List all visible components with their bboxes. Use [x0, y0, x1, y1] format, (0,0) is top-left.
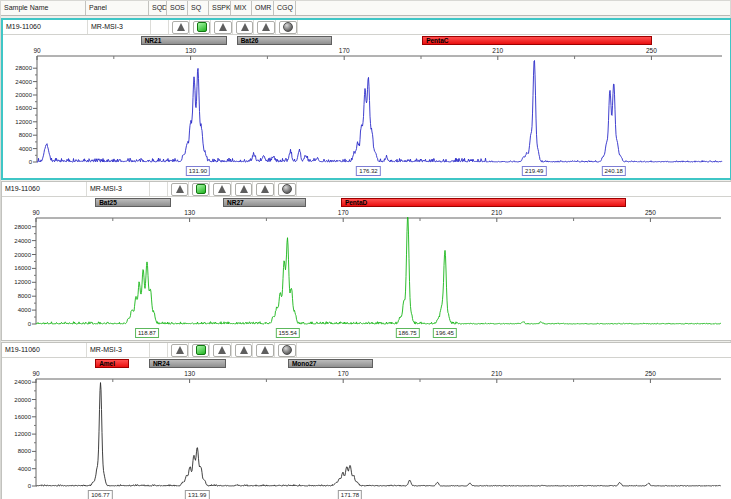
y-tick-label: 4000: [18, 466, 32, 472]
x-tick-label: 210: [491, 209, 502, 216]
column-header-sq: SQ: [188, 1, 209, 15]
qc-sphere-icon: [282, 345, 292, 355]
marker-bar-nr27: NR27: [223, 198, 306, 207]
column-header-sspk: SSPK: [209, 1, 231, 15]
flag-cell-sqd: [151, 20, 169, 34]
y-tick-label: 0: [28, 321, 32, 327]
x-tick-label: 130: [185, 47, 196, 54]
qc-flag-box-omr: [256, 344, 274, 357]
y-tick-label: 12000: [14, 431, 31, 437]
qc-sphere-icon: [283, 22, 293, 32]
x-tick-label: 210: [492, 47, 503, 54]
qc-flag-box-sspk: [213, 183, 231, 196]
peak-size-label[interactable]: 131.90: [186, 166, 210, 176]
qc-flag-box-omr: [256, 183, 274, 196]
table-header-row: Sample NamePanelSQDSOSSQSSPKMIXOMRCGQ: [1, 1, 730, 16]
flag-cell-cgq: [275, 343, 297, 357]
qc-warning-triangle-icon: [176, 346, 184, 354]
qc-flag-box-sos: [171, 344, 188, 357]
sample-name-cell: M19-11060: [3, 20, 88, 34]
peak-size-label[interactable]: 186.75: [395, 328, 419, 338]
sample-row[interactable]: M19-11060MR-MSI-3: [2, 343, 731, 358]
marker-bar-nr21: NR21: [141, 36, 227, 45]
marker-bar-pentad: PentaD: [341, 198, 626, 207]
flag-cell-cgq: [276, 20, 298, 34]
peak-size-label[interactable]: 171.78: [338, 490, 362, 499]
flag-cell-sos: [169, 20, 190, 34]
peak-size-label[interactable]: 118.87: [135, 328, 159, 338]
y-tick-label: 12000: [15, 119, 32, 125]
x-tick-label: 250: [646, 47, 657, 54]
qc-warning-triangle-icon: [176, 185, 184, 193]
qc-pass-square-icon: [197, 22, 207, 32]
marker-bar-amel: Amel: [95, 359, 129, 368]
marker-bar-bat25: Bat25: [95, 198, 171, 207]
trace-plot-svg: 9013017021025004000800012000160002000024…: [3, 35, 730, 178]
qc-warning-triangle-icon: [219, 23, 227, 31]
marker-bar-label: PentaC: [426, 37, 448, 44]
flag-cell-sspk: [211, 20, 233, 34]
flag-cell-mix: [232, 343, 253, 357]
marker-bar-label: NR24: [153, 360, 170, 367]
row-filler-cell: [297, 343, 731, 357]
peak-size-label[interactable]: 155.54: [275, 328, 299, 338]
y-tick-label: 16000: [14, 414, 31, 420]
qc-warning-triangle-icon: [218, 185, 226, 193]
qc-pass-square-icon: [196, 184, 206, 194]
peak-size-label[interactable]: 196.45: [433, 328, 457, 338]
sample-panel-2: M19-11060MR-MSI-3Bat25NR27PentaD90130170…: [1, 181, 731, 341]
electropherogram-plot[interactable]: Bat25NR27PentaD9013017021025004000800012…: [2, 197, 731, 340]
peak-size-label[interactable]: 131.99: [185, 490, 209, 499]
flag-cell-omr: [253, 182, 275, 196]
peak-size-label[interactable]: 106.77: [88, 490, 112, 499]
row-filler-cell: [297, 182, 731, 196]
sample-name-cell: M19-11060: [2, 343, 87, 357]
column-header-panel: Panel: [86, 1, 149, 15]
column-header-filler: [296, 1, 730, 15]
y-tick-label: 0: [28, 483, 32, 489]
flag-cell-mix: [233, 20, 254, 34]
y-tick-label: 8000: [19, 132, 33, 138]
x-tick-label: 170: [338, 209, 349, 216]
marker-bar-label: NR27: [227, 199, 244, 206]
qc-flag-box-sspk: [213, 344, 231, 357]
peak-size-label[interactable]: 240.18: [602, 166, 626, 176]
y-tick-label: 24000: [15, 79, 32, 85]
column-header-sample-name: Sample Name: [1, 1, 86, 15]
qc-flag-box-sq: [192, 183, 209, 196]
sample-name-cell: M19-11060: [2, 182, 87, 196]
qc-flag-box-cgq: [278, 344, 296, 357]
panel-name-cell: MR-MSI-3: [88, 20, 151, 34]
qc-warning-triangle-icon: [261, 346, 269, 354]
qc-flag-box-omr: [257, 21, 275, 34]
qc-sphere-icon: [282, 184, 292, 194]
marker-bar-label: Mono27: [292, 360, 317, 367]
x-tick-label: 90: [32, 209, 40, 216]
x-tick-label: 250: [645, 209, 656, 216]
sample-row[interactable]: M19-11060MR-MSI-3: [3, 20, 730, 35]
peak-size-label[interactable]: 176.32: [356, 166, 380, 176]
qc-flag-box-cgq: [279, 21, 297, 34]
flag-cell-sq: [189, 343, 210, 357]
x-tick-label: 210: [491, 370, 502, 377]
peak-size-label[interactable]: 219.49: [522, 166, 546, 176]
x-tick-label: 250: [645, 370, 656, 377]
electropherogram-plot[interactable]: AmelNR24Mono2790130170210250040008000120…: [2, 358, 731, 499]
flag-cell-sq: [190, 20, 211, 34]
flag-cell-sos: [168, 182, 189, 196]
y-tick-label: 16000: [14, 265, 31, 271]
qc-warning-triangle-icon: [262, 23, 270, 31]
flag-cell-sq: [189, 182, 210, 196]
y-tick-label: 12000: [14, 279, 31, 285]
trace-plot-svg: 9013017021025004000800012000160002000024…: [2, 358, 729, 499]
y-tick-label: 8000: [18, 448, 32, 454]
electropherogram-plot[interactable]: NR21Bat26PentaC9013017021025004000800012…: [3, 35, 730, 178]
panel-name-cell: MR-MSI-3: [87, 343, 150, 357]
qc-flag-box-sos: [172, 21, 189, 34]
sample-panel-1: M19-11060MR-MSI-3NR21Bat26PentaC90130170…: [1, 18, 731, 180]
sample-row[interactable]: M19-11060MR-MSI-3: [2, 182, 731, 197]
x-tick-label: 130: [184, 370, 195, 377]
sample-panel-3: M19-11060MR-MSI-3AmelNR24Mono27901301702…: [1, 342, 731, 499]
panel-name-cell: MR-MSI-3: [87, 182, 150, 196]
row-filler-cell: [298, 20, 730, 34]
